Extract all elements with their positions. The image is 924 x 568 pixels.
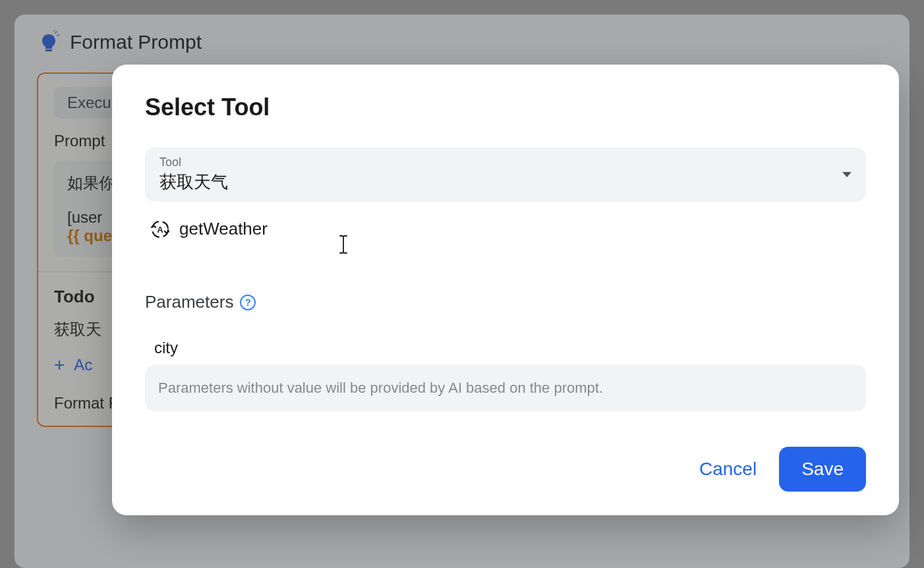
tool-select-label: Tool xyxy=(159,156,228,169)
tool-id-row: A getWeather xyxy=(145,219,866,239)
tool-select[interactable]: Tool 获取天气 xyxy=(145,148,866,202)
chevron-down-icon xyxy=(842,172,852,177)
save-button[interactable]: Save xyxy=(779,447,866,492)
tool-select-value: 获取天气 xyxy=(159,171,228,194)
tool-id: getWeather xyxy=(179,219,268,239)
svg-text:A: A xyxy=(157,225,163,235)
parameters-header: Parameters ? xyxy=(145,292,866,312)
auto-icon: A xyxy=(150,219,170,239)
parameters-label: Parameters xyxy=(145,292,233,312)
modal-title: Select Tool xyxy=(145,94,866,121)
parameter-name: city xyxy=(145,339,866,357)
select-tool-modal: Select Tool Tool 获取天气 A getWeather Param… xyxy=(112,65,899,515)
help-icon[interactable]: ? xyxy=(240,295,256,310)
tool-select-content: Tool 获取天气 xyxy=(159,156,228,194)
parameter-input[interactable] xyxy=(145,365,866,411)
modal-footer: Cancel Save xyxy=(145,447,866,492)
cancel-button[interactable]: Cancel xyxy=(699,459,757,480)
